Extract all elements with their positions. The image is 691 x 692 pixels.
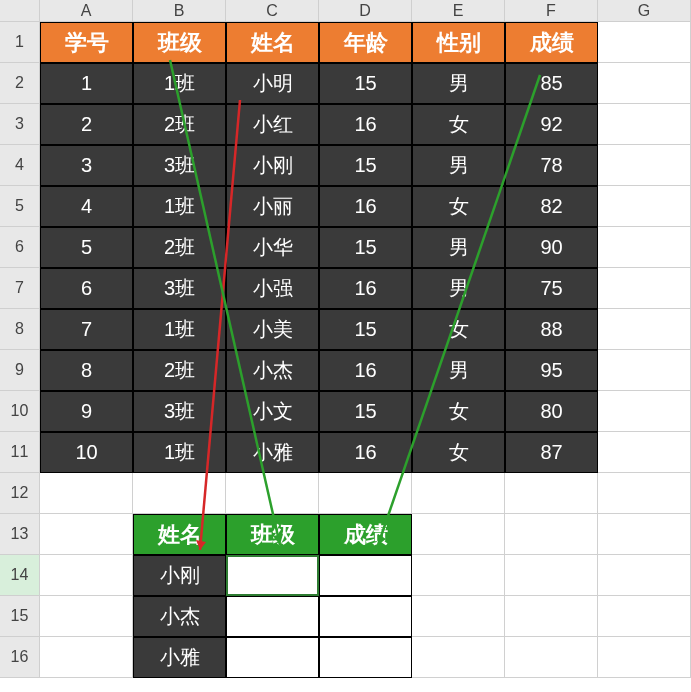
row-header-12[interactable]: 12 <box>0 473 40 514</box>
main-cell-r1-c3[interactable]: 16 <box>319 104 412 145</box>
cell-empty[interactable] <box>40 596 133 637</box>
main-cell-r0-c2[interactable]: 小明 <box>226 63 319 104</box>
cell-empty[interactable] <box>412 637 505 678</box>
cell-empty[interactable] <box>598 268 691 309</box>
main-cell-r2-c3[interactable]: 15 <box>319 145 412 186</box>
cell-empty[interactable] <box>598 145 691 186</box>
main-cell-r9-c1[interactable]: 1班 <box>133 432 226 473</box>
main-cell-r8-c2[interactable]: 小文 <box>226 391 319 432</box>
lookup-score-0[interactable] <box>319 555 412 596</box>
cell-empty[interactable] <box>40 637 133 678</box>
main-header-4[interactable]: 性别 <box>412 22 505 63</box>
main-cell-r4-c4[interactable]: 男 <box>412 227 505 268</box>
main-cell-r8-c5[interactable]: 80 <box>505 391 598 432</box>
main-cell-r7-c5[interactable]: 95 <box>505 350 598 391</box>
main-cell-r7-c2[interactable]: 小杰 <box>226 350 319 391</box>
cell-empty[interactable] <box>598 63 691 104</box>
main-cell-r8-c1[interactable]: 3班 <box>133 391 226 432</box>
cell-empty[interactable] <box>598 473 691 514</box>
cell-empty[interactable] <box>226 473 319 514</box>
main-cell-r1-c1[interactable]: 2班 <box>133 104 226 145</box>
main-cell-r7-c4[interactable]: 男 <box>412 350 505 391</box>
main-cell-r5-c5[interactable]: 75 <box>505 268 598 309</box>
main-cell-r3-c2[interactable]: 小丽 <box>226 186 319 227</box>
main-cell-r4-c2[interactable]: 小华 <box>226 227 319 268</box>
cell-empty[interactable] <box>598 391 691 432</box>
main-cell-r0-c5[interactable]: 85 <box>505 63 598 104</box>
main-cell-r6-c4[interactable]: 女 <box>412 309 505 350</box>
main-cell-r4-c1[interactable]: 2班 <box>133 227 226 268</box>
main-cell-r8-c4[interactable]: 女 <box>412 391 505 432</box>
main-cell-r2-c4[interactable]: 男 <box>412 145 505 186</box>
main-cell-r8-c3[interactable]: 15 <box>319 391 412 432</box>
cell-empty[interactable] <box>598 555 691 596</box>
main-cell-r8-c0[interactable]: 9 <box>40 391 133 432</box>
row-header-11[interactable]: 11 <box>0 432 40 473</box>
main-cell-r0-c1[interactable]: 1班 <box>133 63 226 104</box>
main-header-5[interactable]: 成绩 <box>505 22 598 63</box>
main-cell-r9-c5[interactable]: 87 <box>505 432 598 473</box>
cell-empty[interactable] <box>598 186 691 227</box>
lookup-score-1[interactable] <box>319 596 412 637</box>
row-header-5[interactable]: 5 <box>0 186 40 227</box>
main-cell-r6-c0[interactable]: 7 <box>40 309 133 350</box>
main-cell-r3-c3[interactable]: 16 <box>319 186 412 227</box>
lookup-name-1[interactable]: 小杰 <box>133 596 226 637</box>
row-header-10[interactable]: 10 <box>0 391 40 432</box>
row-header-7[interactable]: 7 <box>0 268 40 309</box>
row-header-9[interactable]: 9 <box>0 350 40 391</box>
main-cell-r6-c2[interactable]: 小美 <box>226 309 319 350</box>
grid-corner[interactable] <box>0 0 40 22</box>
cell-empty[interactable] <box>598 596 691 637</box>
lookup-class-0[interactable] <box>226 555 319 596</box>
main-header-2[interactable]: 姓名 <box>226 22 319 63</box>
main-cell-r1-c4[interactable]: 女 <box>412 104 505 145</box>
cell-empty[interactable] <box>40 514 133 555</box>
main-cell-r0-c4[interactable]: 男 <box>412 63 505 104</box>
cell-empty[interactable] <box>319 473 412 514</box>
column-header-G[interactable]: G <box>598 0 691 22</box>
main-cell-r2-c2[interactable]: 小刚 <box>226 145 319 186</box>
row-header-3[interactable]: 3 <box>0 104 40 145</box>
cell-empty[interactable] <box>598 432 691 473</box>
row-header-8[interactable]: 8 <box>0 309 40 350</box>
cell-empty[interactable] <box>505 555 598 596</box>
lookup-class-1[interactable] <box>226 596 319 637</box>
cell-empty[interactable] <box>40 555 133 596</box>
row-header-14[interactable]: 14 <box>0 555 40 596</box>
spreadsheet-grid[interactable]: ABCDEFG 1学号班级姓名年龄性别成绩211班小明15男85322班小红16… <box>0 0 691 678</box>
main-cell-r6-c5[interactable]: 88 <box>505 309 598 350</box>
main-cell-r1-c0[interactable]: 2 <box>40 104 133 145</box>
main-cell-r7-c1[interactable]: 2班 <box>133 350 226 391</box>
row-header-15[interactable]: 15 <box>0 596 40 637</box>
main-header-1[interactable]: 班级 <box>133 22 226 63</box>
cell-empty[interactable] <box>133 473 226 514</box>
row-header-1[interactable]: 1 <box>0 22 40 63</box>
main-cell-r9-c3[interactable]: 16 <box>319 432 412 473</box>
row-header-13[interactable]: 13 <box>0 514 40 555</box>
main-cell-r9-c2[interactable]: 小雅 <box>226 432 319 473</box>
cell-empty[interactable] <box>598 309 691 350</box>
column-header-A[interactable]: A <box>40 0 133 22</box>
lookup-name-0[interactable]: 小刚 <box>133 555 226 596</box>
main-header-0[interactable]: 学号 <box>40 22 133 63</box>
lookup-header-0[interactable]: 姓名 <box>133 514 226 555</box>
main-cell-r4-c3[interactable]: 15 <box>319 227 412 268</box>
lookup-score-2[interactable] <box>319 637 412 678</box>
cell-empty[interactable] <box>598 514 691 555</box>
main-cell-r4-c0[interactable]: 5 <box>40 227 133 268</box>
cell-empty[interactable] <box>505 473 598 514</box>
cell-empty[interactable] <box>505 596 598 637</box>
row-header-2[interactable]: 2 <box>0 63 40 104</box>
main-cell-r3-c4[interactable]: 女 <box>412 186 505 227</box>
main-cell-r5-c0[interactable]: 6 <box>40 268 133 309</box>
row-header-16[interactable]: 16 <box>0 637 40 678</box>
main-cell-r6-c3[interactable]: 15 <box>319 309 412 350</box>
column-header-B[interactable]: B <box>133 0 226 22</box>
cell-empty[interactable] <box>598 22 691 63</box>
cell-empty[interactable] <box>598 104 691 145</box>
lookup-class-2[interactable] <box>226 637 319 678</box>
main-cell-r1-c2[interactable]: 小红 <box>226 104 319 145</box>
lookup-header-1[interactable]: 班级 <box>226 514 319 555</box>
main-cell-r4-c5[interactable]: 90 <box>505 227 598 268</box>
